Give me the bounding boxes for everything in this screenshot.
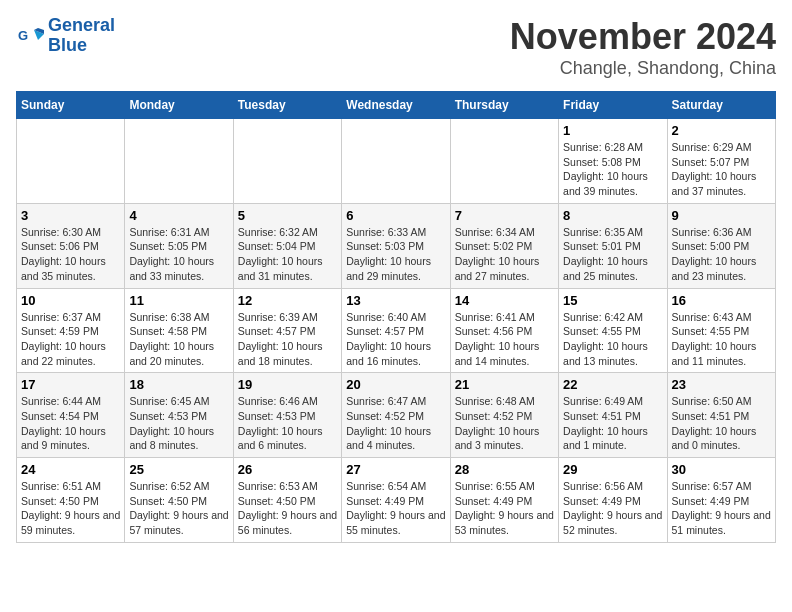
day-number: 8	[563, 208, 662, 223]
svg-text:G: G	[18, 28, 28, 43]
calendar-cell: 18Sunrise: 6:45 AMSunset: 4:53 PMDayligh…	[125, 373, 233, 458]
day-info: Sunrise: 6:40 AMSunset: 4:57 PMDaylight:…	[346, 310, 445, 369]
day-info: Sunrise: 6:37 AMSunset: 4:59 PMDaylight:…	[21, 310, 120, 369]
day-number: 4	[129, 208, 228, 223]
header: G General Blue November 2024 Changle, Sh…	[16, 16, 776, 79]
calendar-cell: 3Sunrise: 6:30 AMSunset: 5:06 PMDaylight…	[17, 203, 125, 288]
location-title: Changle, Shandong, China	[510, 58, 776, 79]
calendar-header-saturday: Saturday	[667, 92, 775, 119]
calendar-header-thursday: Thursday	[450, 92, 558, 119]
day-number: 14	[455, 293, 554, 308]
day-info: Sunrise: 6:31 AMSunset: 5:05 PMDaylight:…	[129, 225, 228, 284]
calendar-cell: 14Sunrise: 6:41 AMSunset: 4:56 PMDayligh…	[450, 288, 558, 373]
calendar-cell: 6Sunrise: 6:33 AMSunset: 5:03 PMDaylight…	[342, 203, 450, 288]
day-number: 1	[563, 123, 662, 138]
day-info: Sunrise: 6:52 AMSunset: 4:50 PMDaylight:…	[129, 479, 228, 538]
day-info: Sunrise: 6:53 AMSunset: 4:50 PMDaylight:…	[238, 479, 337, 538]
calendar-cell: 23Sunrise: 6:50 AMSunset: 4:51 PMDayligh…	[667, 373, 775, 458]
calendar-cell: 17Sunrise: 6:44 AMSunset: 4:54 PMDayligh…	[17, 373, 125, 458]
day-info: Sunrise: 6:51 AMSunset: 4:50 PMDaylight:…	[21, 479, 120, 538]
calendar-cell: 30Sunrise: 6:57 AMSunset: 4:49 PMDayligh…	[667, 458, 775, 543]
calendar: SundayMondayTuesdayWednesdayThursdayFrid…	[16, 91, 776, 543]
calendar-cell	[125, 119, 233, 204]
day-number: 17	[21, 377, 120, 392]
day-info: Sunrise: 6:54 AMSunset: 4:49 PMDaylight:…	[346, 479, 445, 538]
day-number: 20	[346, 377, 445, 392]
logo: G General Blue	[16, 16, 115, 56]
day-info: Sunrise: 6:44 AMSunset: 4:54 PMDaylight:…	[21, 394, 120, 453]
calendar-cell: 5Sunrise: 6:32 AMSunset: 5:04 PMDaylight…	[233, 203, 341, 288]
day-info: Sunrise: 6:56 AMSunset: 4:49 PMDaylight:…	[563, 479, 662, 538]
calendar-cell: 9Sunrise: 6:36 AMSunset: 5:00 PMDaylight…	[667, 203, 775, 288]
calendar-cell: 7Sunrise: 6:34 AMSunset: 5:02 PMDaylight…	[450, 203, 558, 288]
calendar-cell	[450, 119, 558, 204]
day-info: Sunrise: 6:41 AMSunset: 4:56 PMDaylight:…	[455, 310, 554, 369]
calendar-cell: 26Sunrise: 6:53 AMSunset: 4:50 PMDayligh…	[233, 458, 341, 543]
calendar-cell: 10Sunrise: 6:37 AMSunset: 4:59 PMDayligh…	[17, 288, 125, 373]
day-info: Sunrise: 6:36 AMSunset: 5:00 PMDaylight:…	[672, 225, 771, 284]
day-number: 24	[21, 462, 120, 477]
day-info: Sunrise: 6:46 AMSunset: 4:53 PMDaylight:…	[238, 394, 337, 453]
day-number: 19	[238, 377, 337, 392]
day-number: 3	[21, 208, 120, 223]
calendar-header-friday: Friday	[559, 92, 667, 119]
day-info: Sunrise: 6:49 AMSunset: 4:51 PMDaylight:…	[563, 394, 662, 453]
logo-icon: G	[16, 22, 44, 50]
day-number: 6	[346, 208, 445, 223]
logo-line2: Blue	[48, 36, 115, 56]
day-info: Sunrise: 6:45 AMSunset: 4:53 PMDaylight:…	[129, 394, 228, 453]
calendar-header-tuesday: Tuesday	[233, 92, 341, 119]
day-info: Sunrise: 6:50 AMSunset: 4:51 PMDaylight:…	[672, 394, 771, 453]
day-number: 5	[238, 208, 337, 223]
calendar-cell: 12Sunrise: 6:39 AMSunset: 4:57 PMDayligh…	[233, 288, 341, 373]
calendar-cell: 20Sunrise: 6:47 AMSunset: 4:52 PMDayligh…	[342, 373, 450, 458]
day-number: 21	[455, 377, 554, 392]
calendar-week-5: 24Sunrise: 6:51 AMSunset: 4:50 PMDayligh…	[17, 458, 776, 543]
day-number: 13	[346, 293, 445, 308]
calendar-cell: 28Sunrise: 6:55 AMSunset: 4:49 PMDayligh…	[450, 458, 558, 543]
calendar-cell: 21Sunrise: 6:48 AMSunset: 4:52 PMDayligh…	[450, 373, 558, 458]
calendar-cell: 25Sunrise: 6:52 AMSunset: 4:50 PMDayligh…	[125, 458, 233, 543]
day-number: 27	[346, 462, 445, 477]
day-info: Sunrise: 6:29 AMSunset: 5:07 PMDaylight:…	[672, 140, 771, 199]
day-info: Sunrise: 6:38 AMSunset: 4:58 PMDaylight:…	[129, 310, 228, 369]
calendar-cell: 4Sunrise: 6:31 AMSunset: 5:05 PMDaylight…	[125, 203, 233, 288]
calendar-cell: 16Sunrise: 6:43 AMSunset: 4:55 PMDayligh…	[667, 288, 775, 373]
day-info: Sunrise: 6:28 AMSunset: 5:08 PMDaylight:…	[563, 140, 662, 199]
day-info: Sunrise: 6:32 AMSunset: 5:04 PMDaylight:…	[238, 225, 337, 284]
calendar-header-sunday: Sunday	[17, 92, 125, 119]
calendar-cell: 1Sunrise: 6:28 AMSunset: 5:08 PMDaylight…	[559, 119, 667, 204]
day-number: 9	[672, 208, 771, 223]
day-info: Sunrise: 6:33 AMSunset: 5:03 PMDaylight:…	[346, 225, 445, 284]
calendar-header-monday: Monday	[125, 92, 233, 119]
calendar-cell: 22Sunrise: 6:49 AMSunset: 4:51 PMDayligh…	[559, 373, 667, 458]
calendar-cell: 27Sunrise: 6:54 AMSunset: 4:49 PMDayligh…	[342, 458, 450, 543]
day-number: 29	[563, 462, 662, 477]
day-info: Sunrise: 6:43 AMSunset: 4:55 PMDaylight:…	[672, 310, 771, 369]
day-info: Sunrise: 6:48 AMSunset: 4:52 PMDaylight:…	[455, 394, 554, 453]
day-number: 23	[672, 377, 771, 392]
calendar-cell	[233, 119, 341, 204]
day-number: 2	[672, 123, 771, 138]
day-info: Sunrise: 6:55 AMSunset: 4:49 PMDaylight:…	[455, 479, 554, 538]
calendar-header-row: SundayMondayTuesdayWednesdayThursdayFrid…	[17, 92, 776, 119]
day-info: Sunrise: 6:35 AMSunset: 5:01 PMDaylight:…	[563, 225, 662, 284]
day-number: 25	[129, 462, 228, 477]
calendar-week-1: 1Sunrise: 6:28 AMSunset: 5:08 PMDaylight…	[17, 119, 776, 204]
calendar-cell: 2Sunrise: 6:29 AMSunset: 5:07 PMDaylight…	[667, 119, 775, 204]
day-info: Sunrise: 6:42 AMSunset: 4:55 PMDaylight:…	[563, 310, 662, 369]
calendar-week-3: 10Sunrise: 6:37 AMSunset: 4:59 PMDayligh…	[17, 288, 776, 373]
day-number: 12	[238, 293, 337, 308]
day-number: 28	[455, 462, 554, 477]
calendar-cell: 24Sunrise: 6:51 AMSunset: 4:50 PMDayligh…	[17, 458, 125, 543]
calendar-header-wednesday: Wednesday	[342, 92, 450, 119]
month-title: November 2024	[510, 16, 776, 58]
calendar-week-4: 17Sunrise: 6:44 AMSunset: 4:54 PMDayligh…	[17, 373, 776, 458]
day-info: Sunrise: 6:39 AMSunset: 4:57 PMDaylight:…	[238, 310, 337, 369]
title-area: November 2024 Changle, Shandong, China	[510, 16, 776, 79]
day-number: 18	[129, 377, 228, 392]
day-number: 15	[563, 293, 662, 308]
calendar-cell	[342, 119, 450, 204]
calendar-cell: 19Sunrise: 6:46 AMSunset: 4:53 PMDayligh…	[233, 373, 341, 458]
calendar-cell: 13Sunrise: 6:40 AMSunset: 4:57 PMDayligh…	[342, 288, 450, 373]
